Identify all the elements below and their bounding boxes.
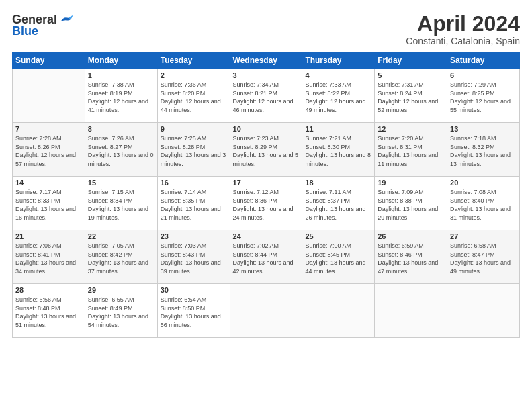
day-number: 2 [161,71,227,79]
day-info: Sunrise: 7:06 AMSunset: 8:41 PMDaylight:… [15,242,82,275]
weekday-header-sunday: Sunday [13,52,85,69]
day-info: Sunrise: 6:56 AMSunset: 8:48 PMDaylight:… [15,295,82,329]
calendar-cell: 3Sunrise: 7:34 AMSunset: 8:21 PMDaylight… [230,69,302,123]
day-number: 23 [161,232,227,240]
calendar-cell [447,284,520,338]
calendar-cell: 11Sunrise: 7:21 AMSunset: 8:30 PMDayligh… [302,123,375,177]
calendar-cell: 2Sunrise: 7:36 AMSunset: 8:20 PMDaylight… [157,69,230,123]
day-info: Sunrise: 7:20 AMSunset: 8:31 PMDaylight:… [378,134,444,168]
calendar-week-row: 1Sunrise: 7:38 AMSunset: 8:19 PMDaylight… [13,69,520,123]
day-info: Sunrise: 7:00 AMSunset: 8:45 PMDaylight:… [305,242,371,275]
calendar-cell: 22Sunrise: 7:05 AMSunset: 8:42 PMDayligh… [85,230,157,284]
calendar-week-row: 21Sunrise: 7:06 AMSunset: 8:41 PMDayligh… [13,230,520,284]
calendar-cell: 17Sunrise: 7:12 AMSunset: 8:36 PMDayligh… [230,177,302,230]
calendar-cell: 1Sunrise: 7:38 AMSunset: 8:19 PMDaylight… [85,69,157,123]
calendar-cell: 26Sunrise: 6:59 AMSunset: 8:46 PMDayligh… [375,230,447,284]
calendar-week-row: 7Sunrise: 7:28 AMSunset: 8:26 PMDaylight… [13,123,520,177]
day-info: Sunrise: 7:11 AMSunset: 8:37 PMDaylight:… [305,188,371,222]
day-info: Sunrise: 7:33 AMSunset: 8:22 PMDaylight:… [305,81,371,114]
day-number: 24 [233,232,300,240]
logo: General Blue [12,12,73,38]
day-number: 21 [15,232,82,240]
day-number: 9 [161,125,227,133]
day-info: Sunrise: 7:23 AMSunset: 8:29 PMDaylight:… [233,134,300,168]
day-number: 13 [450,125,517,133]
month-title: April 2024 [406,12,520,36]
calendar-cell: 27Sunrise: 6:58 AMSunset: 8:47 PMDayligh… [447,230,520,284]
calendar-cell: 14Sunrise: 7:17 AMSunset: 8:33 PMDayligh… [13,177,85,230]
calendar-cell [375,284,447,338]
weekday-header-wednesday: Wednesday [230,52,302,69]
calendar-cell: 28Sunrise: 6:56 AMSunset: 8:48 PMDayligh… [13,284,85,338]
day-info: Sunrise: 7:28 AMSunset: 8:26 PMDaylight:… [15,134,82,168]
calendar-week-row: 28Sunrise: 6:56 AMSunset: 8:48 PMDayligh… [13,284,520,338]
calendar-cell: 23Sunrise: 7:03 AMSunset: 8:43 PMDayligh… [157,230,230,284]
day-info: Sunrise: 7:05 AMSunset: 8:42 PMDaylight:… [88,242,154,275]
day-info: Sunrise: 7:21 AMSunset: 8:30 PMDaylight:… [305,134,371,168]
day-number: 14 [15,179,82,187]
day-number: 18 [305,179,371,187]
day-info: Sunrise: 7:26 AMSunset: 8:27 PMDaylight:… [88,134,154,168]
day-number: 20 [450,179,517,187]
day-number: 19 [378,179,444,187]
day-number: 12 [378,125,444,133]
calendar-week-row: 14Sunrise: 7:17 AMSunset: 8:33 PMDayligh… [13,177,520,230]
day-info: Sunrise: 7:14 AMSunset: 8:35 PMDaylight:… [161,188,227,222]
day-number: 22 [88,232,154,240]
calendar-cell: 5Sunrise: 7:31 AMSunset: 8:24 PMDaylight… [375,69,447,123]
calendar-cell: 10Sunrise: 7:23 AMSunset: 8:29 PMDayligh… [230,123,302,177]
weekday-header-thursday: Thursday [302,52,375,69]
day-info: Sunrise: 7:08 AMSunset: 8:40 PMDaylight:… [450,188,517,222]
day-info: Sunrise: 7:36 AMSunset: 8:20 PMDaylight:… [161,81,227,114]
calendar-cell: 29Sunrise: 6:55 AMSunset: 8:49 PMDayligh… [85,284,157,338]
day-info: Sunrise: 7:15 AMSunset: 8:34 PMDaylight:… [88,188,154,222]
day-number: 10 [233,125,300,133]
calendar-cell: 12Sunrise: 7:20 AMSunset: 8:31 PMDayligh… [375,123,447,177]
day-info: Sunrise: 7:38 AMSunset: 8:19 PMDaylight:… [88,81,154,114]
day-number: 28 [15,286,82,294]
day-number: 11 [305,125,371,133]
day-info: Sunrise: 6:54 AMSunset: 8:50 PMDaylight:… [161,295,227,329]
calendar-cell: 25Sunrise: 7:00 AMSunset: 8:45 PMDayligh… [302,230,375,284]
day-number: 29 [88,286,154,294]
day-number: 1 [88,71,154,79]
calendar-cell: 8Sunrise: 7:26 AMSunset: 8:27 PMDaylight… [85,123,157,177]
day-info: Sunrise: 7:34 AMSunset: 8:21 PMDaylight:… [233,81,300,114]
calendar-table: SundayMondayTuesdayWednesdayThursdayFrid… [12,52,520,338]
calendar-cell: 6Sunrise: 7:29 AMSunset: 8:25 PMDaylight… [447,69,520,123]
day-number: 6 [450,71,517,79]
calendar-cell [302,284,375,338]
day-number: 7 [15,125,82,133]
weekday-header-tuesday: Tuesday [157,52,230,69]
location-subtitle: Constanti, Catalonia, Spain [406,36,520,46]
calendar-cell: 16Sunrise: 7:14 AMSunset: 8:35 PMDayligh… [157,177,230,230]
day-number: 26 [378,232,444,240]
calendar-cell: 20Sunrise: 7:08 AMSunset: 8:40 PMDayligh… [447,177,520,230]
day-number: 30 [161,286,227,294]
day-number: 27 [450,232,517,240]
calendar-cell: 21Sunrise: 7:06 AMSunset: 8:41 PMDayligh… [13,230,85,284]
day-number: 4 [305,71,371,79]
title-block: April 2024 Constanti, Catalonia, Spain [406,12,520,46]
calendar-cell: 13Sunrise: 7:18 AMSunset: 8:32 PMDayligh… [447,123,520,177]
calendar-cell: 4Sunrise: 7:33 AMSunset: 8:22 PMDaylight… [302,69,375,123]
weekday-header-monday: Monday [85,52,157,69]
day-info: Sunrise: 7:03 AMSunset: 8:43 PMDaylight:… [161,242,227,275]
calendar-cell: 24Sunrise: 7:02 AMSunset: 8:44 PMDayligh… [230,230,302,284]
weekday-header-saturday: Saturday [447,52,520,69]
day-number: 17 [233,179,300,187]
calendar-cell: 15Sunrise: 7:15 AMSunset: 8:34 PMDayligh… [85,177,157,230]
day-number: 5 [378,71,444,79]
day-number: 16 [161,179,227,187]
calendar-cell: 19Sunrise: 7:09 AMSunset: 8:38 PMDayligh… [375,177,447,230]
weekday-header-friday: Friday [375,52,447,69]
logo-bird-icon [58,12,73,27]
calendar-cell: 7Sunrise: 7:28 AMSunset: 8:26 PMDaylight… [13,123,85,177]
day-number: 25 [305,232,371,240]
day-number: 3 [233,71,300,79]
day-info: Sunrise: 7:17 AMSunset: 8:33 PMDaylight:… [15,188,82,222]
day-number: 8 [88,125,154,133]
day-info: Sunrise: 7:12 AMSunset: 8:36 PMDaylight:… [233,188,300,222]
header: General Blue April 2024 Constanti, Catal… [12,12,520,46]
day-info: Sunrise: 7:29 AMSunset: 8:25 PMDaylight:… [450,81,517,114]
